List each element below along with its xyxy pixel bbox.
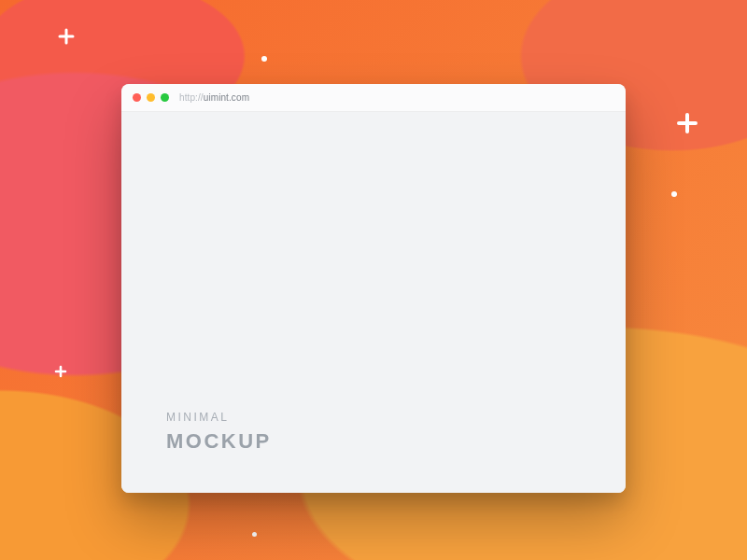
address-bar[interactable]: http://uimint.com (179, 92, 249, 103)
browser-content: MINIMAL MOCKUP (121, 112, 626, 493)
plus-icon (54, 365, 67, 378)
browser-window: http://uimint.com MINIMAL MOCKUP (121, 84, 626, 493)
title-text: MOCKUP (166, 429, 272, 454)
dot-icon (671, 191, 677, 197)
close-button[interactable] (133, 93, 141, 102)
dot-icon (261, 56, 267, 62)
url-protocol: http:// (179, 92, 204, 103)
maximize-button[interactable] (161, 93, 169, 102)
subtitle-text: MINIMAL (166, 411, 272, 424)
browser-titlebar: http://uimint.com (121, 84, 626, 112)
minimize-button[interactable] (147, 93, 155, 102)
plus-icon (58, 28, 75, 45)
plus-icon (676, 112, 698, 134)
url-host: uimint.com (204, 92, 249, 103)
window-controls (133, 93, 169, 102)
dot-icon (252, 532, 257, 537)
title-block: MINIMAL MOCKUP (166, 411, 272, 454)
